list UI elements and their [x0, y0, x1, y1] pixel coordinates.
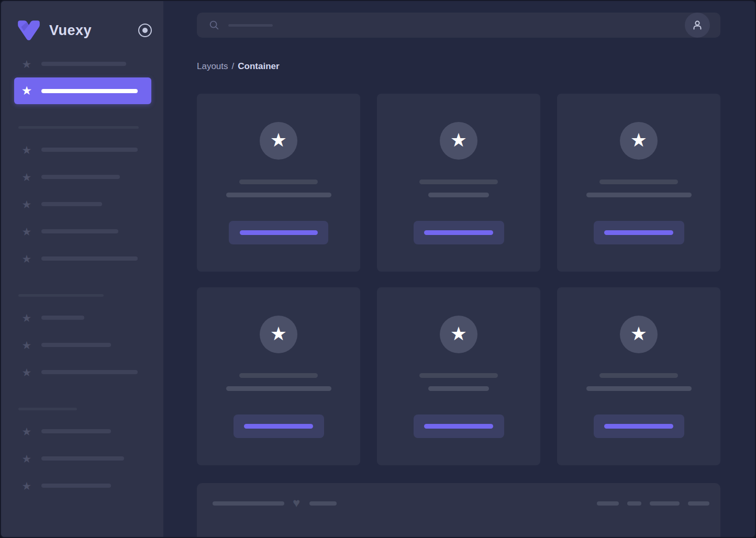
button-label-placeholder: [240, 230, 318, 235]
star-icon: ★: [270, 324, 287, 343]
star-icon: ★: [270, 131, 287, 150]
brand-header: Vuexy: [1, 1, 163, 44]
card-avatar-circle: ★: [620, 122, 658, 160]
card-action-button[interactable]: [234, 414, 324, 438]
star-icon: ★: [21, 367, 32, 378]
card-avatar-circle: ★: [440, 316, 477, 353]
star-icon: ★: [21, 453, 32, 464]
star-icon: ★: [630, 324, 647, 343]
breadcrumb-current: Container: [238, 61, 279, 71]
nav-label-placeholder: [41, 175, 120, 179]
sidebar-item[interactable]: ★: [1, 331, 163, 358]
star-icon: ★: [21, 85, 32, 97]
star-icon: ★: [630, 131, 647, 150]
sidebar-item[interactable]: ★: [1, 190, 163, 218]
card-title-placeholder: [599, 180, 678, 184]
card-grid: ★ ★ ★: [197, 94, 720, 465]
footer-link-placeholder[interactable]: [688, 501, 709, 506]
nav-section-heading-placeholder: [18, 126, 139, 129]
sidebar-item[interactable]: ★: [1, 50, 163, 77]
card-action-button[interactable]: [594, 414, 684, 438]
sidebar-item[interactable]: ★: [1, 418, 163, 445]
card-subtitle-placeholder: [428, 386, 489, 391]
skeleton-card: ★: [197, 287, 360, 465]
card-subtitle-placeholder: [226, 386, 331, 391]
button-label-placeholder: [604, 424, 673, 429]
sidebar-item[interactable]: ★: [1, 304, 163, 331]
button-label-placeholder: [244, 424, 313, 429]
card-subtitle-placeholder: [428, 193, 489, 197]
card-action-button[interactable]: [414, 221, 504, 244]
card-action-button[interactable]: [594, 221, 684, 244]
star-icon: ★: [21, 226, 32, 237]
user-avatar-button[interactable]: [685, 13, 710, 38]
card-subtitle-placeholder: [586, 193, 692, 197]
footer-link-placeholder[interactable]: [650, 501, 680, 506]
card-action-button[interactable]: [229, 221, 328, 244]
footer-copyright-placeholder: [213, 501, 284, 506]
sidebar-item[interactable]: ★: [1, 218, 163, 245]
page-footer: ♥: [197, 483, 720, 537]
skeleton-card: ★: [197, 94, 360, 272]
star-icon: ★: [450, 324, 467, 343]
app-window: Vuexy ★ ★ ★ ★ ★: [0, 0, 756, 538]
brand-name: Vuexy: [49, 23, 92, 39]
star-icon: ★: [21, 340, 32, 351]
nav-section-heading-placeholder: [18, 294, 104, 297]
radio-dot-icon: [142, 28, 148, 33]
sidebar-item[interactable]: ★: [1, 472, 163, 499]
card-avatar-circle: ★: [440, 122, 477, 160]
person-icon: [691, 19, 704, 31]
sidebar-item-active[interactable]: ★: [14, 77, 151, 104]
sidebar-pin-toggle[interactable]: [138, 24, 152, 37]
button-label-placeholder: [424, 424, 493, 429]
nav-label-placeholder: [41, 343, 111, 347]
star-icon: ★: [21, 144, 32, 155]
card-title-placeholder: [239, 180, 318, 184]
footer-row: ♥: [213, 497, 709, 510]
card-title-placeholder: [239, 373, 318, 378]
search-icon: [208, 19, 220, 31]
search-placeholder-bar: [228, 24, 273, 27]
footer-link-placeholder[interactable]: [597, 501, 619, 506]
button-label-placeholder: [424, 230, 493, 235]
vuexy-logo-icon: [16, 19, 42, 41]
top-search-bar: [197, 13, 720, 38]
star-icon: ★: [21, 59, 32, 70]
footer-links: [588, 501, 709, 506]
card-title-placeholder: [419, 180, 498, 184]
sidebar: Vuexy ★ ★ ★ ★ ★: [1, 1, 163, 537]
sidebar-item[interactable]: ★: [1, 245, 163, 272]
sidebar-item[interactable]: ★: [1, 163, 163, 190]
nav-label-placeholder: [41, 256, 138, 261]
nav-label-placeholder: [41, 370, 138, 374]
skeleton-card: ★: [557, 287, 720, 465]
card-avatar-circle: ★: [260, 316, 297, 353]
nav-label-placeholder: [41, 456, 124, 461]
skeleton-card: ★: [377, 287, 540, 465]
breadcrumb: Layouts/Container: [197, 61, 720, 72]
sidebar-item[interactable]: ★: [1, 136, 163, 163]
star-icon: ★: [21, 312, 32, 323]
sidebar-item[interactable]: ★: [1, 358, 163, 386]
search-input[interactable]: [208, 19, 685, 31]
card-avatar-circle: ★: [620, 316, 658, 353]
nav-label-placeholder: [41, 89, 138, 93]
nav-label-placeholder: [41, 148, 138, 152]
star-icon: ★: [21, 253, 32, 264]
breadcrumb-separator: /: [232, 61, 235, 71]
button-label-placeholder: [604, 230, 673, 235]
sidebar-item[interactable]: ★: [1, 445, 163, 472]
nav-label-placeholder: [41, 62, 126, 66]
card-action-button[interactable]: [414, 414, 504, 438]
footer-link-placeholder[interactable]: [627, 501, 641, 506]
star-icon: ★: [21, 172, 32, 183]
card-title-placeholder: [419, 373, 498, 378]
card-subtitle-placeholder: [226, 193, 331, 197]
breadcrumb-parent[interactable]: Layouts: [197, 61, 228, 71]
star-icon: ★: [21, 199, 32, 210]
sidebar-nav: ★ ★ ★ ★ ★ ★: [1, 50, 163, 499]
card-avatar-circle: ★: [260, 122, 297, 160]
skeleton-card: ★: [557, 94, 720, 272]
footer-credit-placeholder: [309, 501, 337, 506]
